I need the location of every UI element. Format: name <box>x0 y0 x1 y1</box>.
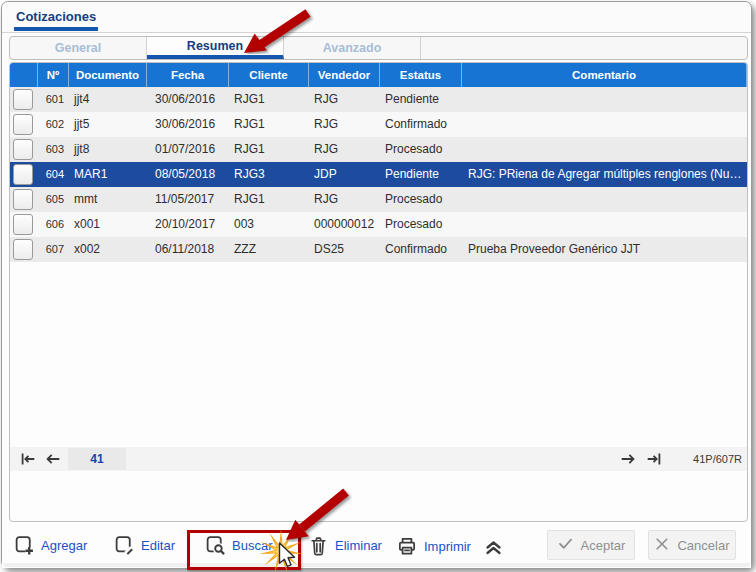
tabstrip: GeneralResumenAvanzado <box>9 36 748 60</box>
cell-vendedor: JDP <box>309 162 380 187</box>
cell-documento: jjt8 <box>69 137 147 162</box>
prev-page-button[interactable] <box>43 450 63 468</box>
table-body: 601jjt430/06/2016RJG1RJGPendiente602jjt5… <box>10 87 747 262</box>
column-header[interactable]: Vendedor <box>309 63 380 87</box>
table-row[interactable]: 606x00120/10/2017003000000012Procesado <box>10 212 747 237</box>
cell-documento: jjt4 <box>69 87 147 112</box>
row-select-box[interactable] <box>13 239 33 260</box>
eliminar-label: Eliminar <box>335 538 382 553</box>
page-title: Cotizaciones <box>16 9 96 24</box>
tab-avanzado[interactable]: Avanzado <box>284 37 421 59</box>
column-header[interactable]: Estatus <box>380 63 462 87</box>
cell-fecha: 06/11/2018 <box>147 237 229 262</box>
row-select-cell <box>10 187 38 212</box>
collapse-toolbar-button[interactable] <box>482 536 505 556</box>
cell-estatus: Confirmado <box>380 237 462 262</box>
cell-fecha: 08/05/2018 <box>147 162 229 187</box>
cancelar-button[interactable]: Cancelar <box>648 530 736 560</box>
eliminar-button[interactable]: Eliminar <box>308 535 382 556</box>
buscar-button[interactable]: Buscar <box>205 535 272 556</box>
first-page-button[interactable] <box>18 450 38 468</box>
cell-vendedor: RJG <box>309 112 380 137</box>
cell-fecha: 20/10/2017 <box>147 212 229 237</box>
row-select-cell <box>10 137 38 162</box>
next-page-button[interactable] <box>618 450 638 468</box>
aceptar-button[interactable]: Aceptar <box>547 530 635 560</box>
cell-estatus: Pendiente <box>380 162 462 187</box>
cell-cliente: RJG3 <box>229 162 309 187</box>
aceptar-label: Aceptar <box>581 538 626 553</box>
square-plus-icon <box>14 535 35 556</box>
cell-comentario <box>462 137 747 162</box>
imprimir-button[interactable]: Imprimir <box>396 535 471 557</box>
cell-comentario <box>462 87 747 112</box>
cotizaciones-dialog: Cotizaciones GeneralResumenAvanzado NºDo… <box>1 1 752 568</box>
cell-estatus: Pendiente <box>380 87 462 112</box>
last-page-button[interactable] <box>644 450 664 468</box>
cell-comentario <box>462 112 747 137</box>
agregar-button[interactable]: Agregar <box>14 535 87 556</box>
cell-num: 605 <box>38 187 69 212</box>
cell-fecha: 30/06/2016 <box>147 112 229 137</box>
row-select-cell <box>10 162 38 187</box>
table-row[interactable]: 602jjt530/06/2016RJG1RJGConfirmado <box>10 112 747 137</box>
cell-estatus: Procesado <box>380 187 462 212</box>
tab-general[interactable]: General <box>10 37 147 59</box>
current-page-indicator[interactable]: 41 <box>68 448 126 470</box>
title-band: Cotizaciones <box>2 2 751 33</box>
cell-fecha: 30/06/2016 <box>147 87 229 112</box>
cancelar-label: Cancelar <box>677 538 729 553</box>
square-pencil-icon <box>114 535 135 556</box>
row-select-box[interactable] <box>13 164 33 185</box>
cell-vendedor: DS25 <box>309 237 380 262</box>
table-row[interactable]: 607x00206/11/2018ZZZDS25ConfirmadoPrueba… <box>10 237 747 262</box>
cell-documento: mmt <box>69 187 147 212</box>
row-select-cell <box>10 87 38 112</box>
cell-documento: MAR1 <box>69 162 147 187</box>
editar-label: Editar <box>141 538 175 553</box>
cell-vendedor: 000000012 <box>309 212 380 237</box>
column-header[interactable]: Cliente <box>229 63 309 87</box>
row-select-box[interactable] <box>13 214 33 235</box>
square-magnifier-icon <box>205 535 226 556</box>
row-select-box[interactable] <box>13 189 33 210</box>
cell-documento: x002 <box>69 237 147 262</box>
column-header[interactable]: Fecha <box>147 63 229 87</box>
row-select-box[interactable] <box>13 89 33 110</box>
cell-documento: jjt5 <box>69 112 147 137</box>
arrow-bar-right-icon <box>644 450 664 468</box>
agregar-label: Agregar <box>41 538 87 553</box>
imprimir-label: Imprimir <box>424 539 471 554</box>
cell-cliente: RJG1 <box>229 187 309 212</box>
cell-documento: x001 <box>69 212 147 237</box>
x-icon <box>654 536 670 555</box>
dialog-bottom-strip <box>3 563 750 567</box>
tab-resumen[interactable]: Resumen <box>147 37 284 59</box>
cell-fecha: 11/05/2017 <box>147 187 229 212</box>
check-icon <box>557 535 574 555</box>
cell-comentario <box>462 212 747 237</box>
pagination-bar: 41 41P/607R <box>10 447 747 471</box>
editar-button[interactable]: Editar <box>114 535 175 556</box>
table-row[interactable]: 604MAR108/05/2018RJG3JDPPendienteRJG: PR… <box>10 162 747 187</box>
row-select-cell <box>10 237 38 262</box>
table-row[interactable]: 601jjt430/06/2016RJG1RJGPendiente <box>10 87 747 112</box>
arrow-bar-left-icon <box>18 450 38 468</box>
table-row[interactable]: 605mmt11/05/2017RJG1RJGProcesado <box>10 187 747 212</box>
header-select-column <box>10 63 38 87</box>
cell-comentario: Prueba Proveedor Genérico JJT <box>462 237 747 262</box>
cell-num: 602 <box>38 112 69 137</box>
table-header-row: NºDocumentoFechaClienteVendedorEstatusCo… <box>10 63 747 87</box>
column-header[interactable]: Comentario <box>462 63 747 87</box>
table-row[interactable]: 603jjt801/07/2016RJG1RJGProcesado <box>10 137 747 162</box>
row-select-box[interactable] <box>13 114 33 135</box>
column-header[interactable]: Nº <box>38 63 69 87</box>
cell-num: 606 <box>38 212 69 237</box>
row-select-cell <box>10 112 38 137</box>
column-header[interactable]: Documento <box>69 63 147 87</box>
table-panel: NºDocumentoFechaClienteVendedorEstatusCo… <box>9 62 748 522</box>
printer-icon <box>396 535 418 557</box>
cell-estatus: Procesado <box>380 212 462 237</box>
row-select-box[interactable] <box>13 139 33 160</box>
cell-comentario: RJG: PRiena de Agregar múltiples renglon… <box>462 162 747 187</box>
